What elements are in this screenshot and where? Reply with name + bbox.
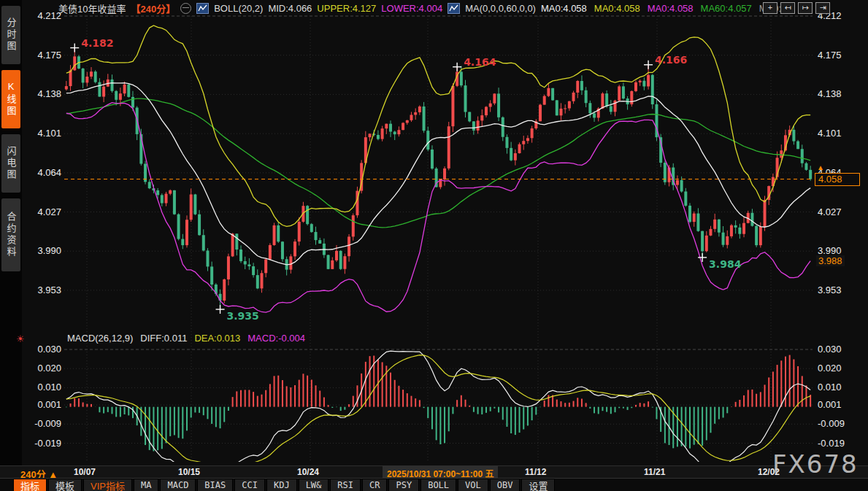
ma-indicator-icon[interactable] bbox=[448, 3, 460, 14]
y-axis-label: 3.953 bbox=[20, 285, 61, 295]
y-axis-label: 4.101 bbox=[20, 128, 61, 139]
macd-panel-icon[interactable]: ☀ bbox=[16, 333, 25, 344]
toolbar-item-OBV[interactable]: OBV bbox=[490, 479, 521, 491]
collapse-icon[interactable] bbox=[180, 3, 191, 14]
y-axis-label: 0.010 bbox=[20, 382, 61, 393]
shift-left-icon[interactable]: ↤ bbox=[780, 2, 795, 14]
toolbar-item-MACD[interactable]: MACD bbox=[160, 479, 196, 491]
y-axis-label: 4.138 bbox=[818, 88, 863, 99]
toolbar-item-BOLL[interactable]: BOLL bbox=[420, 479, 456, 491]
toolbar-item-VIP指标[interactable]: VIP指标 bbox=[83, 479, 132, 491]
y-axis-label: 4.064 bbox=[20, 167, 61, 178]
macd-label: MACD(26,12,9) bbox=[67, 333, 133, 344]
y-axis-label: 4.101 bbox=[818, 128, 863, 139]
ma-value: MA0:4.058 bbox=[648, 3, 694, 14]
macd-hist-value: MACD:-0.004 bbox=[247, 333, 305, 344]
ma-value: MA0:4.058 bbox=[594, 3, 640, 14]
toolbar-item-BIAS[interactable]: BIAS bbox=[197, 479, 233, 491]
y-axis-label: 4.175 bbox=[20, 50, 61, 61]
y-axis-label: 0.001 bbox=[20, 399, 61, 410]
x-axis-date-label: 10/24 bbox=[297, 467, 319, 477]
toolbar-item-模板[interactable]: 模板 bbox=[48, 479, 82, 491]
y-axis-label: 0.030 bbox=[818, 344, 863, 355]
boll-upper-line bbox=[66, 26, 810, 226]
go-latest-icon[interactable]: ⇥ bbox=[815, 2, 830, 14]
x-axis-row: 240分 ▲ 10/0710/1510/2411/1211/2112/02202… bbox=[0, 465, 868, 478]
y-axis-label: -0.009 bbox=[818, 418, 863, 429]
toolbar-item-MA[interactable]: MA bbox=[134, 479, 158, 491]
annotation-3.984: 3.984 bbox=[698, 253, 742, 270]
y-axis-label: 4.027 bbox=[20, 206, 61, 217]
svg-text:4.164: 4.164 bbox=[464, 56, 496, 68]
macd-dea-value: DEA:0.013 bbox=[194, 333, 240, 344]
chart-canvas[interactable]: 4.1823.9354.1644.1663.984 bbox=[0, 0, 868, 491]
ma-value: MA0:4.058 bbox=[541, 3, 587, 14]
y-axis-label: 3.990 bbox=[20, 245, 61, 256]
x-axis-date-label: 11/21 bbox=[644, 467, 665, 477]
ma-values: MA0:4.058MA0:4.058MA0:4.058MA60:4.057MA0… bbox=[541, 3, 781, 14]
y-axis-label: 4.212 bbox=[20, 10, 61, 21]
ma60-line bbox=[66, 98, 810, 228]
toolbar-item-VOL[interactable]: VOL bbox=[458, 479, 488, 491]
crosshair-icon[interactable]: + bbox=[763, 2, 777, 14]
svg-text:3.935: 3.935 bbox=[227, 310, 259, 322]
svg-text:3.984: 3.984 bbox=[709, 258, 742, 270]
y-axis-label: -0.019 bbox=[20, 438, 61, 449]
x-axis-date-label: 10/15 bbox=[178, 467, 200, 477]
boll-lower-line bbox=[66, 103, 810, 312]
toolbar-item-PSY[interactable]: PSY bbox=[388, 479, 419, 491]
y-axis-label: 0.030 bbox=[20, 344, 61, 355]
indicator-toolbar: 指标模板VIP指标MAMACDBIASCCIKDJLW&RSICRPSYBOLL… bbox=[0, 478, 868, 491]
x-axis-date-label: 10/07 bbox=[74, 467, 96, 477]
watermark: FX678 bbox=[772, 449, 859, 479]
toolbar-item-KDJ[interactable]: KDJ bbox=[266, 479, 297, 491]
shift-right-icon[interactable]: ↦ bbox=[798, 2, 813, 14]
y-axis-label: 4.138 bbox=[20, 88, 61, 99]
annotation-4.166: 4.166 bbox=[644, 54, 687, 69]
chart-title: 美债10年收益率 bbox=[58, 1, 126, 15]
toolbar-item-CCI[interactable]: CCI bbox=[234, 479, 265, 491]
candlestick-layer bbox=[65, 48, 812, 309]
price-badge-arrow-icon: ▲ bbox=[817, 163, 824, 171]
chart-period-label: 【240分】 bbox=[131, 1, 175, 15]
svg-text:4.166: 4.166 bbox=[655, 54, 687, 66]
macd-header: MACD(26,12,9) DIFF:0.011 DEA:0.013 MACD:… bbox=[67, 333, 305, 344]
macd-diff-value: DIFF:0.011 bbox=[140, 333, 187, 344]
boll-label: BOLL(20,2) bbox=[214, 3, 263, 14]
toolbar-item-CR[interactable]: CR bbox=[362, 479, 387, 491]
y-axis-label: 0.020 bbox=[818, 363, 863, 374]
boll-mid-value: MID:4.066 bbox=[268, 3, 312, 14]
current-price-badge: 4.058 bbox=[815, 173, 860, 186]
toolbar-item-RSI[interactable]: RSI bbox=[330, 479, 361, 491]
chart-controls: +↤↦⇥ bbox=[763, 2, 830, 14]
y-axis-label: 0.020 bbox=[20, 363, 61, 374]
annotation-4.164: 4.164 bbox=[453, 56, 496, 71]
y-axis-label: 0.001 bbox=[818, 399, 863, 410]
y-axis-label: 0.010 bbox=[818, 382, 863, 393]
toolbar-item-指标[interactable]: 指标 bbox=[13, 479, 47, 491]
boll-upper-value: UPPER:4.127 bbox=[317, 3, 376, 14]
y-axis-label: 3.990 bbox=[818, 245, 863, 256]
boll-lower-value: LOWER:4.004 bbox=[381, 3, 442, 14]
macd-histogram bbox=[66, 355, 810, 452]
chart-header: 美债10年收益率 【240分】 BOLL(20,2) MID:4.066 UPP… bbox=[58, 2, 781, 15]
grid-layer bbox=[64, 16, 813, 462]
y-axis-label: -0.009 bbox=[20, 418, 61, 429]
y-axis-label: -0.019 bbox=[818, 438, 863, 449]
x-axis-date-label: 11/12 bbox=[525, 467, 546, 477]
app-window: 分时图K线图闪电图合约资料 美债10年收益率 【240分】 BOLL(20,2)… bbox=[0, 0, 868, 491]
svg-text:4.182: 4.182 bbox=[81, 37, 113, 49]
secondary-price-marker: 3.988 bbox=[816, 255, 845, 266]
y-axis-label: 3.953 bbox=[818, 285, 863, 295]
y-axis-label: 4.027 bbox=[818, 206, 863, 217]
ma-label: MA(0,0,0,60,0,0) bbox=[465, 3, 536, 14]
boll-indicator-icon[interactable] bbox=[196, 3, 209, 14]
toolbar-item-LW&[interactable]: LW& bbox=[299, 479, 329, 491]
ma-value: MA60:4.057 bbox=[701, 3, 752, 14]
annotation-4.182: 4.182 bbox=[70, 37, 113, 53]
y-axis-label: 4.175 bbox=[818, 50, 863, 61]
toolbar-item-设置[interactable]: 设置 bbox=[521, 479, 555, 491]
